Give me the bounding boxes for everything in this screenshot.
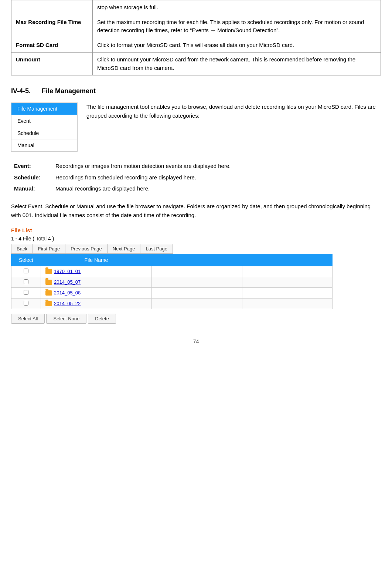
file-extra-cell-1 bbox=[152, 277, 242, 287]
file-link[interactable]: 2014_05_07 bbox=[54, 279, 81, 285]
file-checkbox[interactable] bbox=[24, 269, 28, 273]
nav-btn-previous-page[interactable]: Previous Page bbox=[65, 244, 108, 253]
menu-item-schedule[interactable]: Schedule bbox=[11, 127, 77, 139]
file-extra-cell-1 bbox=[152, 298, 242, 309]
table-row: 2014_05_07 bbox=[11, 277, 333, 287]
file-extra-cell-2 bbox=[242, 287, 333, 298]
file-name-cell[interactable]: 2014_05_22 bbox=[41, 298, 152, 309]
nav-btn-last-page[interactable]: Last Page bbox=[140, 244, 173, 253]
file-extra-cell-2 bbox=[242, 298, 333, 309]
file-link[interactable]: 1970_01_01 bbox=[54, 269, 81, 274]
menu-item-file-management[interactable]: File Management bbox=[11, 103, 77, 115]
file-link[interactable]: 2014_05_22 bbox=[54, 301, 81, 306]
file-list-label: File List bbox=[11, 227, 381, 233]
navigation-paragraph: Select Event, Schedule or Manual and use… bbox=[11, 202, 381, 220]
file-checkbox[interactable] bbox=[24, 290, 28, 295]
table-row: 1970_01_01 bbox=[11, 266, 333, 277]
folder-icon bbox=[45, 301, 52, 306]
intro-text: The file management tool enables you to … bbox=[86, 102, 381, 120]
file-name-cell[interactable]: 2014_05_08 bbox=[41, 287, 152, 298]
file-checkbox-cell bbox=[11, 277, 41, 287]
file-checkbox-cell bbox=[11, 266, 41, 277]
file-link[interactable]: 2014_05_08 bbox=[54, 290, 81, 296]
definition-row: Schedule:Recordings from scheduled recor… bbox=[11, 173, 381, 182]
file-checkbox-cell bbox=[11, 287, 41, 298]
file-name-cell[interactable]: 2014_05_07 bbox=[41, 277, 152, 287]
table-row: 2014_05_22 bbox=[11, 298, 333, 309]
def-term: Manual: bbox=[11, 185, 55, 193]
folder-icon bbox=[45, 269, 52, 274]
menu-item-event[interactable]: Event bbox=[11, 115, 77, 127]
intro-layout: File ManagementEventScheduleManual The f… bbox=[11, 102, 381, 152]
file-extra-cell-2 bbox=[242, 277, 333, 287]
def-desc: Recordings or images from motion detecti… bbox=[55, 162, 381, 171]
page-number: 74 bbox=[11, 338, 381, 344]
file-table-header-1: File Name bbox=[41, 254, 152, 266]
nav-btn-next-page[interactable]: Next Page bbox=[108, 244, 141, 253]
definitions-section: Event:Recordings or images from motion d… bbox=[11, 162, 381, 193]
action-btn-select-none[interactable]: Select None bbox=[46, 314, 86, 324]
settings-table: stop when storage is full.Max Recording … bbox=[11, 0, 381, 75]
file-name-cell[interactable]: 1970_01_01 bbox=[41, 266, 152, 277]
section-heading: IV-4-5. File Management bbox=[11, 87, 381, 95]
file-management-menu: File ManagementEventScheduleManual bbox=[11, 102, 78, 152]
file-list-section: File List 1 - 4 File ( Total 4 ) BackFir… bbox=[11, 227, 381, 324]
file-extra-cell-1 bbox=[152, 266, 242, 277]
table-desc-cell: Click to unmount your MicroSD card from … bbox=[93, 53, 381, 75]
file-count: 1 - 4 File ( Total 4 ) bbox=[11, 236, 381, 242]
file-extra-cell-2 bbox=[242, 266, 333, 277]
table-label-cell: Format SD Card bbox=[11, 38, 93, 53]
def-desc: Recordings from scheduled recording are … bbox=[55, 173, 381, 182]
nav-btn-first-page[interactable]: First Page bbox=[33, 244, 65, 253]
table-row: 2014_05_08 bbox=[11, 287, 333, 298]
section-number: IV-4-5. bbox=[11, 87, 31, 95]
menu-item-manual[interactable]: Manual bbox=[11, 139, 77, 151]
table-label-cell bbox=[11, 0, 93, 15]
file-checkbox[interactable] bbox=[24, 279, 28, 284]
file-checkbox-cell bbox=[11, 298, 41, 309]
folder-icon bbox=[45, 280, 52, 285]
section-title: File Management bbox=[42, 87, 96, 95]
definition-row: Manual:Manual recordings are displayed h… bbox=[11, 185, 381, 193]
definition-row: Event:Recordings or images from motion d… bbox=[11, 162, 381, 171]
table-label-cell: Max Recording File Time bbox=[11, 15, 93, 38]
file-table: SelectFile Name 1970_01_012014_05_072014… bbox=[11, 254, 333, 309]
navigation-buttons: BackFirst PagePrevious PageNext PageLast… bbox=[11, 244, 173, 254]
def-desc: Manual recordings are displayed here. bbox=[55, 185, 381, 193]
def-term: Event: bbox=[11, 162, 55, 171]
action-btn-delete[interactable]: Delete bbox=[88, 314, 116, 324]
file-extra-cell-1 bbox=[152, 287, 242, 298]
folder-icon bbox=[45, 290, 52, 296]
table-desc-cell: Set the maximum recording time for each … bbox=[93, 15, 381, 38]
file-checkbox[interactable] bbox=[24, 301, 28, 306]
action-buttons: Select AllSelect NoneDelete bbox=[11, 314, 381, 324]
table-desc-cell: Click to format your MicroSD card. This … bbox=[93, 38, 381, 53]
table-desc-cell: stop when storage is full. bbox=[93, 0, 381, 15]
file-table-header-2 bbox=[152, 254, 242, 266]
def-term: Schedule: bbox=[11, 173, 55, 182]
nav-btn-back[interactable]: Back bbox=[11, 244, 33, 253]
table-label-cell: Unmount bbox=[11, 53, 93, 75]
file-table-header-0: Select bbox=[11, 254, 41, 266]
file-table-header-3 bbox=[242, 254, 333, 266]
action-btn-select-all[interactable]: Select All bbox=[11, 314, 45, 324]
